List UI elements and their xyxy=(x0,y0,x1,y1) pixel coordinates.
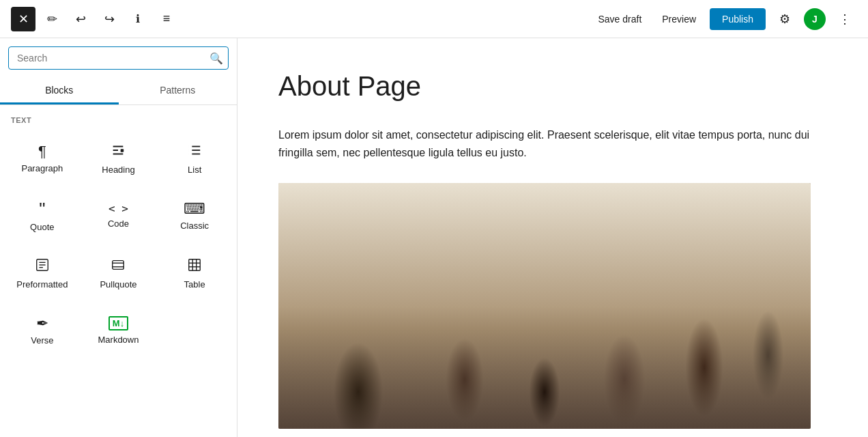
redo-icon: ↪ xyxy=(104,12,115,27)
block-classic[interactable]: ⌨ Classic xyxy=(158,187,231,242)
undo-icon: ↩ xyxy=(76,12,86,27)
pullquote-icon xyxy=(111,257,126,275)
search-button[interactable]: 🔍 xyxy=(209,52,223,65)
close-icon: ✕ xyxy=(18,12,29,27)
block-table[interactable]: Table xyxy=(158,244,231,299)
svg-rect-0 xyxy=(121,149,124,152)
verse-label: Verse xyxy=(31,335,53,346)
markdown-label: Markdown xyxy=(98,335,139,345)
preview-button[interactable]: Preview xyxy=(655,10,703,29)
code-icon: < > xyxy=(108,203,128,214)
block-paragraph[interactable]: ¶ Paragraph xyxy=(5,130,79,184)
page-body: Lorem ipsum dolor sit amet, consectetur … xyxy=(278,126,827,161)
info-button[interactable]: ℹ xyxy=(126,7,150,31)
block-quote[interactable]: " Quote xyxy=(5,187,79,242)
tabs: Blocks Patterns xyxy=(0,78,237,105)
image-overlay xyxy=(278,183,811,429)
block-preformatted[interactable]: Preformatted xyxy=(5,244,79,299)
list-icon xyxy=(187,143,202,160)
block-markdown[interactable]: M↓ Markdown xyxy=(82,302,156,356)
settings-button[interactable]: ⚙ xyxy=(772,7,797,31)
verse-icon: ✒ xyxy=(36,316,48,331)
list-view-icon: ≡ xyxy=(163,12,171,26)
paragraph-icon: ¶ xyxy=(38,144,46,159)
save-draft-button[interactable]: Save draft xyxy=(591,10,648,29)
block-pullquote[interactable]: Pullquote xyxy=(82,244,156,299)
edit-button[interactable]: ✏ xyxy=(40,7,64,31)
quote-icon: " xyxy=(39,200,45,218)
search-box: 🔍 xyxy=(8,46,229,70)
toolbar-right: Save draft Preview Publish ⚙ J ⋮ xyxy=(591,7,857,31)
table-label: Table xyxy=(184,279,205,290)
block-verse[interactable]: ✒ Verse xyxy=(5,302,79,356)
page-image xyxy=(278,183,811,429)
sidebar: 🔍 Blocks Patterns TEXT ¶ Paragraph xyxy=(0,38,237,437)
quote-label: Quote xyxy=(30,222,54,232)
settings-icon: ⚙ xyxy=(779,12,790,27)
more-options-button[interactable]: ⋮ xyxy=(833,7,857,31)
blocks-list: TEXT ¶ Paragraph Heading xyxy=(0,105,237,437)
toolbar: ✕ ✏ ↩ ↪ ℹ ≡ Save draft Preview Publish ⚙… xyxy=(0,0,868,38)
main-layout: 🔍 Blocks Patterns TEXT ¶ Paragraph xyxy=(0,38,868,437)
classic-icon: ⌨ xyxy=(184,201,205,216)
avatar[interactable]: J xyxy=(804,8,826,30)
section-text-label: TEXT xyxy=(5,113,231,130)
code-label: Code xyxy=(108,218,129,229)
undo-button[interactable]: ↩ xyxy=(68,7,93,31)
editor-area: About Page Lorem ipsum dolor sit amet, c… xyxy=(237,38,868,437)
search-input[interactable] xyxy=(8,46,229,70)
paragraph-label: Paragraph xyxy=(21,163,63,173)
block-list[interactable]: List xyxy=(158,130,231,184)
list-view-button[interactable]: ≡ xyxy=(154,7,179,31)
redo-button[interactable]: ↪ xyxy=(97,7,121,31)
heading-label: Heading xyxy=(102,165,134,175)
svg-rect-14 xyxy=(189,259,201,270)
markdown-icon: M↓ xyxy=(108,316,128,330)
edit-icon: ✏ xyxy=(47,12,57,27)
close-button[interactable]: ✕ xyxy=(11,7,35,31)
tab-patterns[interactable]: Patterns xyxy=(119,78,237,104)
heading-icon xyxy=(111,143,126,160)
body-text[interactable]: Lorem ipsum dolor sit amet, consectetur … xyxy=(278,126,827,161)
block-code[interactable]: < > Code xyxy=(82,187,156,242)
info-icon: ℹ xyxy=(136,12,140,25)
tab-blocks[interactable]: Blocks xyxy=(0,78,119,104)
preformatted-icon xyxy=(35,257,50,275)
page-title[interactable]: About Page xyxy=(278,71,827,102)
publish-button[interactable]: Publish xyxy=(710,8,766,30)
classic-label: Classic xyxy=(180,221,209,231)
pullquote-label: Pullquote xyxy=(100,279,136,290)
toolbar-left: ✕ ✏ ↩ ↪ ℹ ≡ xyxy=(11,7,179,31)
more-icon: ⋮ xyxy=(839,12,851,27)
preformatted-label: Preformatted xyxy=(16,279,68,290)
table-icon xyxy=(187,257,202,275)
search-icon: 🔍 xyxy=(209,52,223,65)
list-label: List xyxy=(188,165,201,175)
svg-rect-11 xyxy=(113,260,124,269)
blocks-grid: ¶ Paragraph Heading xyxy=(5,130,231,356)
block-heading[interactable]: Heading xyxy=(82,130,156,184)
